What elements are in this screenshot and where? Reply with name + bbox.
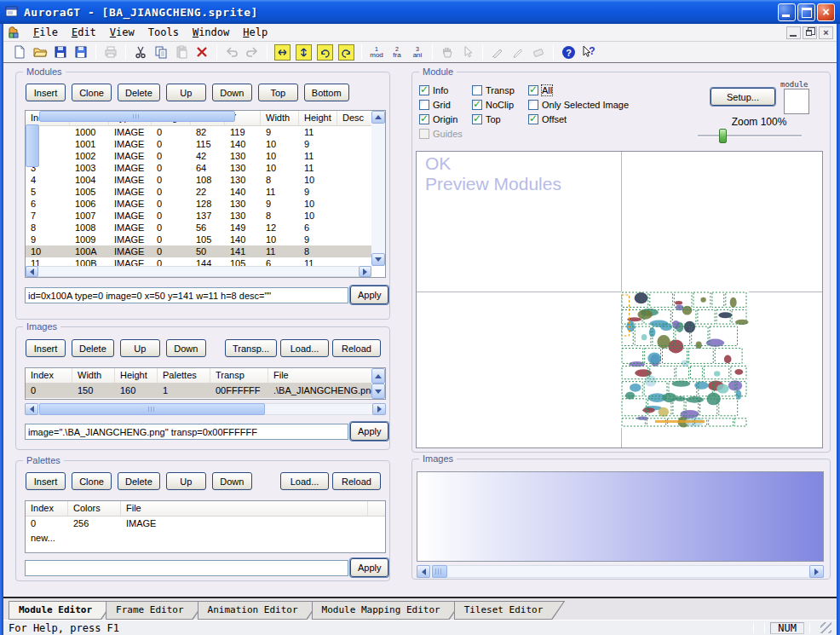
modules-table-vscroll-track[interactable]	[371, 111, 385, 266]
open-folder-button[interactable]	[31, 43, 49, 61]
table-row[interactable]: 81008IMAGE056149126	[26, 222, 371, 234]
column-header-width[interactable]: Width	[261, 111, 299, 125]
tab-module-editor[interactable]: Module Editor	[9, 601, 114, 620]
table-row[interactable]: new...	[26, 531, 385, 546]
table-row[interactable]: 0256IMAGE	[26, 517, 385, 531]
table-row[interactable]: 31003IMAGE0641301011	[26, 162, 371, 174]
menu-edit[interactable]: Edit	[65, 25, 103, 40]
rotate-ccw-button[interactable]	[338, 44, 354, 61]
modules-table-vscroll-thumb[interactable]	[26, 124, 39, 167]
column-header-palettes[interactable]: Palettes	[158, 368, 210, 383]
checkbox-origin[interactable]: Origin	[419, 112, 472, 126]
tab-frame-editor[interactable]: Frame Editor	[106, 601, 205, 620]
menu-tools[interactable]: Tools	[141, 25, 186, 40]
modules-clone-button[interactable]: Clone	[72, 84, 112, 101]
images-table-scroll-up-button[interactable]	[371, 368, 385, 384]
table-row[interactable]: 61006IMAGE0128130910	[26, 198, 371, 210]
tab-tileset-editor[interactable]: Tileset Editor	[454, 601, 566, 620]
menu-view[interactable]: View	[103, 25, 141, 40]
new-file-button[interactable]	[10, 43, 29, 61]
column-header-file[interactable]: File	[268, 368, 386, 383]
column-header-file[interactable]: File	[121, 501, 368, 516]
images-strip-hscroll-thumb[interactable]	[432, 565, 447, 578]
app-icon[interactable]	[5, 5, 19, 19]
tab-animation-editor[interactable]: Animation Editor	[198, 601, 320, 620]
modules-insert-button[interactable]: Insert	[26, 84, 66, 101]
help-button[interactable]: ?	[559, 43, 578, 61]
images-table-scroll-down-button[interactable]	[371, 384, 385, 399]
palette-apply-button[interactable]: Apply	[350, 558, 388, 577]
checkbox-top[interactable]: Top	[472, 112, 528, 126]
modules-bottom-button[interactable]: Bottom	[304, 84, 349, 101]
minimize-button[interactable]	[778, 3, 796, 21]
column-header-height[interactable]: Height	[299, 111, 337, 125]
column-header-transp[interactable]: Transp	[210, 368, 268, 383]
column-header-colors[interactable]: Colors	[68, 501, 121, 516]
flip-vertical-button[interactable]	[296, 44, 312, 61]
copy-button[interactable]	[152, 43, 170, 61]
table-row[interactable]: 01000IMAGE082119911	[26, 126, 371, 138]
table-row[interactable]: 11001IMAGE0115140109	[26, 138, 371, 150]
table-row[interactable]: 10100AIMAGE050141118	[26, 245, 371, 257]
palettes-insert-button[interactable]: Insert	[26, 472, 66, 490]
images-table-hscroll-thumb[interactable]	[39, 403, 265, 415]
anim-mode-button[interactable]: 3ani	[408, 43, 427, 61]
image-apply-button[interactable]: Apply	[350, 422, 388, 441]
modules-table-scroll-up-button[interactable]	[371, 111, 385, 124]
images-load-button[interactable]: Load...	[280, 339, 329, 357]
table-row[interactable]: 0150160100FFFFFF.\BA_JIANGCHENG.png	[26, 384, 371, 398]
zoom-slider-thumb[interactable]	[719, 129, 727, 143]
modules-delete-button[interactable]: Delete	[118, 84, 160, 101]
checkbox-offset[interactable]: Offset	[528, 112, 629, 126]
images-reload-button[interactable]: Reload	[332, 339, 381, 357]
module-mode-button[interactable]: 1mod	[367, 43, 386, 61]
menu-help[interactable]: Help	[236, 25, 274, 40]
modules-table-hscroll-thumb[interactable]	[39, 111, 235, 122]
context-help-button[interactable]: ?	[579, 43, 598, 61]
images-down-button[interactable]: Down	[166, 339, 206, 357]
checkbox-transp[interactable]: Transp	[472, 83, 528, 97]
flip-horizontal-button[interactable]	[274, 44, 291, 61]
palettes-load-button[interactable]: Load...	[280, 472, 329, 490]
checkbox-all[interactable]: All	[528, 83, 629, 97]
cut-button[interactable]	[131, 43, 150, 61]
images-insert-button[interactable]: Insert	[26, 339, 66, 357]
zoom-slider-track[interactable]	[698, 135, 802, 136]
column-header-height[interactable]: Height	[115, 368, 158, 383]
table-row[interactable]: 51005IMAGE022140119	[26, 186, 371, 198]
palettes-down-button[interactable]: Down	[212, 472, 252, 490]
palettes-up-button[interactable]: Up	[166, 472, 206, 490]
save-button[interactable]	[51, 43, 70, 61]
close-button[interactable]: ×	[817, 3, 835, 21]
images-table-scroll-right-button[interactable]	[372, 403, 386, 415]
images-strip-hscroll-track[interactable]	[417, 565, 824, 578]
table-row[interactable]: 41004IMAGE0108130810	[26, 174, 371, 186]
column-header-width[interactable]: Width	[72, 368, 115, 383]
rotate-cw-button[interactable]	[317, 44, 333, 61]
table-row[interactable]: 21002IMAGE0421301011	[26, 150, 371, 162]
mdi-restore-button[interactable]	[803, 26, 817, 39]
modules-table-hscroll-track[interactable]	[26, 266, 371, 277]
mdi-close-button[interactable]: ×	[819, 26, 833, 39]
checkbox-info[interactable]: Info	[419, 83, 472, 97]
checkbox-only-selected-image[interactable]: Only Selected Image	[528, 97, 629, 112]
module-apply-input[interactable]	[25, 287, 348, 303]
images-strip-scroll-left-button[interactable]	[417, 565, 430, 578]
images-transp-button[interactable]: Transp...	[225, 339, 277, 357]
maximize-button[interactable]	[797, 3, 815, 21]
tab-module-mapping-editor[interactable]: Module Mapping Editor	[312, 601, 463, 620]
mdi-minimize-button[interactable]	[786, 26, 801, 39]
images-strip-canvas[interactable]	[417, 471, 824, 562]
table-row[interactable]: 71007IMAGE0137130810	[26, 210, 371, 222]
palettes-delete-button[interactable]: Delete	[118, 472, 160, 490]
palette-apply-input[interactable]	[25, 560, 348, 576]
modules-table-scroll-left-button[interactable]	[26, 266, 38, 277]
image-apply-input[interactable]	[25, 424, 348, 440]
modules-table-scroll-down-button[interactable]	[371, 253, 385, 266]
table-row[interactable]: 11100BIMAGE0144105611	[26, 257, 371, 266]
module-apply-button[interactable]: Apply	[350, 286, 388, 304]
save-all-button[interactable]	[72, 43, 90, 61]
resize-grip[interactable]	[820, 622, 831, 633]
checkbox-grid[interactable]: Grid	[419, 97, 472, 112]
modules-down-button[interactable]: Down	[212, 84, 252, 101]
